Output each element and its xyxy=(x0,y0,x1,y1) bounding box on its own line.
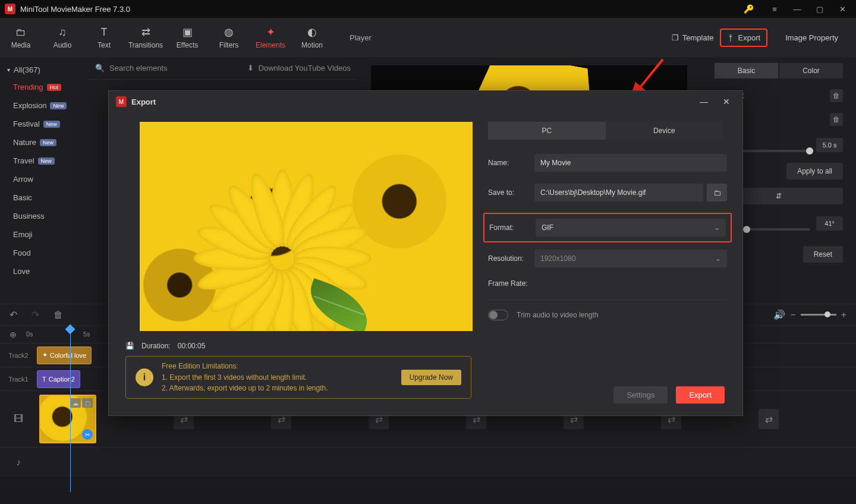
video-clip-thumb[interactable]: ☁▢ ✂ xyxy=(39,395,96,443)
app-logo: M xyxy=(116,96,127,107)
format-label: Format: xyxy=(489,223,536,232)
search-input[interactable]: Search elements xyxy=(109,64,168,73)
sidebar-item-explosion[interactable]: ExplosionNew xyxy=(0,96,88,115)
zoom-in-icon[interactable]: + xyxy=(841,310,846,320)
apply-all-button[interactable]: Apply to all xyxy=(786,163,843,179)
export-confirm-button[interactable]: Export xyxy=(676,386,725,404)
sidebar-item-business[interactable]: Business xyxy=(0,207,88,225)
elements-icon: ✦ xyxy=(266,26,275,39)
add-marker-icon[interactable]: ⊕ xyxy=(10,330,17,339)
trash-icon[interactable]: 🗑 xyxy=(830,89,843,102)
search-icon: 🔍 xyxy=(95,64,105,73)
tool-text[interactable]: TText xyxy=(83,18,125,57)
sidebar-item-trending[interactable]: TrendingHot xyxy=(0,78,88,96)
layers-icon: ❒ xyxy=(672,33,679,42)
browse-folder-button[interactable]: 🗀 xyxy=(707,184,727,201)
sidebar-item-travel[interactable]: TravelNew xyxy=(0,152,88,170)
video-track-icon: 🎞 xyxy=(0,391,37,447)
track1-label: Track1 xyxy=(0,376,37,383)
chevron-down-icon: ⌄ xyxy=(715,254,721,263)
download-link[interactable]: Download YouTube Videos xyxy=(259,64,351,73)
frame-icon[interactable]: ▢ xyxy=(82,398,93,408)
framerate-label: Frame Rate: xyxy=(488,279,528,288)
tool-effects[interactable]: ▣Effects xyxy=(166,18,208,57)
chevron-down-icon: ⌄ xyxy=(714,223,720,232)
sidebar-item-nature[interactable]: NatureNew xyxy=(0,133,88,152)
tab-device[interactable]: Device xyxy=(606,122,723,140)
reset-button[interactable]: Reset xyxy=(803,246,843,263)
app-logo: M xyxy=(5,4,15,14)
settings-button[interactable]: Settings xyxy=(613,386,668,404)
export-preview xyxy=(140,122,473,331)
trim-audio-label: Trim audio to video length xyxy=(517,311,599,319)
transition-icon: ⇄ xyxy=(141,26,150,39)
tool-motion[interactable]: ◐Motion xyxy=(291,18,333,57)
export-dialog-title: Export xyxy=(131,97,156,106)
new-badge: New xyxy=(50,102,67,109)
undo-icon[interactable]: ↶ xyxy=(10,309,17,320)
folder-icon: 🗀 xyxy=(15,26,26,39)
player-label: Player xyxy=(350,33,666,42)
trash-icon[interactable]: 🗑 xyxy=(54,310,63,320)
export-button[interactable]: ⭱Export xyxy=(720,29,768,47)
scissors-icon[interactable]: ✂ xyxy=(82,429,93,440)
audio-track-icon: ♪ xyxy=(0,448,37,477)
save-icon: 💾 xyxy=(125,342,134,350)
name-input[interactable]: My Movie xyxy=(534,154,727,172)
key-icon[interactable]: 🔑 xyxy=(744,4,754,14)
resolution-label: Resolution: xyxy=(488,254,534,263)
folder-icon: 🗀 xyxy=(713,188,721,197)
volume-icon[interactable]: 🔊 xyxy=(773,309,785,320)
saveto-input[interactable]: C:\Users\bj\Desktop\My Movie.gif xyxy=(534,184,703,201)
track2-label: Track2 xyxy=(0,352,37,359)
close-button[interactable]: ✕ xyxy=(833,1,851,17)
elements-sidebar: All(367) TrendingHot ExplosionNew Festiv… xyxy=(0,57,88,304)
zoom-out-icon[interactable]: − xyxy=(790,310,795,320)
minimize-button[interactable]: — xyxy=(788,1,806,17)
sidebar-item-festival[interactable]: FestivalNew xyxy=(0,115,88,133)
minimize-button[interactable]: — xyxy=(695,97,713,106)
app-title: MiniTool MovieMaker Free 7.3.0 xyxy=(20,5,130,14)
sidebar-item-emoji[interactable]: Emoji xyxy=(0,225,88,244)
redo-icon[interactable]: ↷ xyxy=(32,309,39,320)
ruler-0s: 0s xyxy=(26,330,33,338)
tool-elements[interactable]: ✦Elements xyxy=(250,18,291,57)
tool-transitions[interactable]: ⇄Transitions xyxy=(125,18,166,57)
new-badge: New xyxy=(38,158,55,165)
clip-caption[interactable]: TCaption2 xyxy=(37,370,80,388)
cloud-icon[interactable]: ☁ xyxy=(70,398,81,408)
sidebar-item-basic[interactable]: Basic xyxy=(0,188,88,207)
filters-icon: ◍ xyxy=(224,26,234,39)
tab-color[interactable]: Color xyxy=(779,63,843,78)
new-badge: New xyxy=(40,139,56,146)
sparkle-icon: ✦ xyxy=(42,351,48,359)
sidebar-item-food[interactable]: Food xyxy=(0,244,88,262)
sidebar-item-arrow[interactable]: Arrow xyxy=(0,170,88,188)
tool-filters[interactable]: ◍Filters xyxy=(208,18,250,57)
clip-element[interactable]: ✦Colorful love xyxy=(37,346,92,364)
trim-audio-toggle[interactable] xyxy=(488,310,508,320)
hamburger-icon[interactable]: ≡ xyxy=(766,1,783,17)
image-property-label: Image Property xyxy=(767,33,856,42)
sidebar-item-love[interactable]: Love xyxy=(0,262,88,281)
music-icon: ♫ xyxy=(58,26,67,39)
tool-audio[interactable]: ♫Audio xyxy=(42,18,83,57)
zoom-slider[interactable] xyxy=(801,314,836,316)
sidebar-head[interactable]: All(367) xyxy=(0,62,88,78)
close-button[interactable]: ✕ xyxy=(717,97,735,106)
template-button[interactable]: ❒Template xyxy=(666,30,720,46)
tool-media[interactable]: 🗀Media xyxy=(0,18,42,57)
trash-icon[interactable]: 🗑 xyxy=(830,113,843,126)
format-select[interactable]: GIF⌄ xyxy=(536,219,726,237)
tab-basic[interactable]: Basic xyxy=(715,63,778,78)
resolution-select[interactable]: 1920x1080⌄ xyxy=(534,250,727,267)
duration-value: 00:00:05 xyxy=(178,342,206,350)
upload-icon: ⭱ xyxy=(727,33,735,42)
maximize-button[interactable]: ▢ xyxy=(811,1,829,17)
transition-slot[interactable]: ⇄ xyxy=(759,409,779,429)
format-highlight: Format: GIF⌄ xyxy=(483,213,732,242)
new-badge: New xyxy=(43,121,60,128)
text-icon: T xyxy=(101,26,108,39)
text-icon: T xyxy=(42,376,46,383)
tab-pc[interactable]: PC xyxy=(488,122,606,140)
